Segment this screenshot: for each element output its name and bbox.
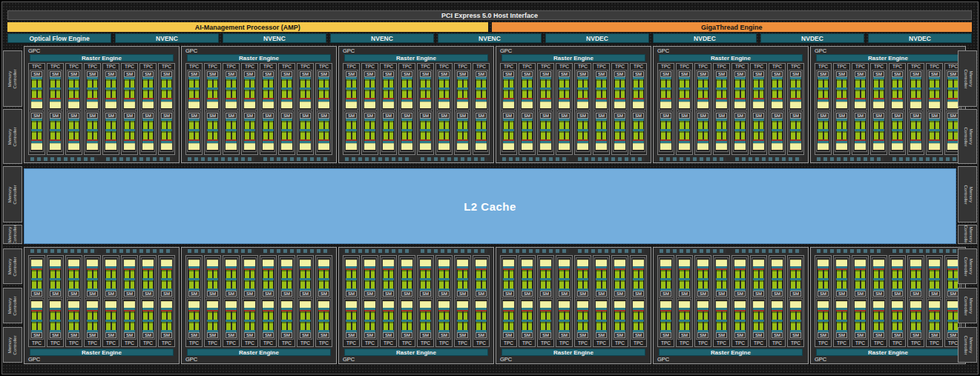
texture-bar-row [188,157,330,161]
sm-core-array [697,280,708,288]
core-cell [195,322,200,330]
tpc-block: TPCSMSM [454,63,471,155]
core-cell [149,121,154,129]
sm-block: SM [400,257,414,298]
tpc-block: TPCSMSM [833,255,850,347]
sm-label: SM [401,291,412,297]
core-cell [300,280,305,288]
sm-core-array [660,311,671,320]
tpc-block: TPCSMSM [65,63,82,155]
sm-core-array [873,121,884,129]
core-cell [402,79,407,88]
sm-core-array [87,270,98,278]
sm-block: SM [789,299,803,340]
core-cell [69,90,73,98]
core-cell [855,280,860,288]
core-cell [189,322,194,330]
core-cell [824,270,829,278]
sm-core-array [318,121,329,129]
core-cell [634,322,638,330]
raster-engine-bar: Raster Engine [30,349,174,356]
core-cell [131,280,135,288]
core-cell [861,311,866,320]
core-cell [892,270,897,278]
sm-core-array [540,90,551,98]
sm-label: SM [697,113,708,119]
core-cell [288,90,292,98]
sm-core-array [559,322,570,330]
sm-core-array [142,131,154,139]
core-cell [445,90,450,98]
sm-cache-block [420,260,431,266]
core-cell [162,131,166,139]
tpc-label: TPC [789,340,803,346]
media-engine-nvenc: NVENC [330,33,434,43]
core-cell [791,280,795,288]
core-cell [319,121,323,129]
sm-core-array [790,280,801,288]
tpc-block: TPCSMSM [556,255,573,347]
sm-cache-block [281,143,292,150]
core-cell [917,280,921,288]
core-cell [168,270,172,278]
core-cell [778,121,783,129]
sm-block: SM [474,299,488,340]
sm-block: SM [141,257,155,298]
sm-core-array [346,131,357,139]
sm-core-array [596,311,607,320]
core-cell [69,322,73,330]
sm-core-array [226,121,237,129]
core-cell [125,322,129,330]
sm-core-array [457,121,468,129]
sm-label: SM [522,332,533,338]
tpc-label: TPC [733,340,747,346]
texture-bar [188,249,254,253]
sm-block: SM [557,70,571,111]
sm-label: SM [753,332,764,338]
core-cell [168,311,172,320]
core-cell [948,90,953,98]
core-cell [482,79,487,88]
core-cell [797,322,801,330]
sm-label: SM [300,332,311,338]
sm-core-array [124,311,135,320]
sm-core-array [364,322,375,330]
sm-core-array [929,322,940,330]
core-cell [106,322,111,330]
sm-core-array [503,121,514,129]
core-cell [300,131,305,139]
sm-label: SM [124,291,135,297]
core-cell [149,90,154,98]
core-cell [565,311,570,320]
core-cell [112,131,116,139]
sm-core-array [318,79,329,88]
sm-label: SM [364,71,375,77]
sm-block: SM [853,111,867,152]
sm-label: SM [892,291,903,297]
gpc-label: GPC [812,47,964,54]
core-cell [371,280,375,288]
sm-label: SM [244,291,255,297]
sm-block: SM [816,299,830,340]
tpc-label: TPC [816,64,830,70]
texture-bar [502,157,569,161]
core-cell [319,270,323,278]
core-cell [263,270,268,278]
sm-cache-block [818,260,829,266]
core-cell [791,131,795,139]
sm-block: SM [104,111,118,152]
sm-core-array [457,79,468,88]
core-cell [365,311,369,320]
tpc-label: TPC [752,340,766,346]
sm-block: SM [677,111,691,152]
sm-core-array [947,311,958,320]
sm-cache-block [540,143,551,150]
core-cell [874,270,878,278]
sm-label: SM [818,71,829,77]
sm-label: SM [522,113,533,119]
tpc-label: TPC [752,64,766,70]
sm-cache-block [503,143,514,150]
core-cell [421,131,425,139]
sm-block: SM [205,111,220,152]
core-cell [445,280,450,288]
